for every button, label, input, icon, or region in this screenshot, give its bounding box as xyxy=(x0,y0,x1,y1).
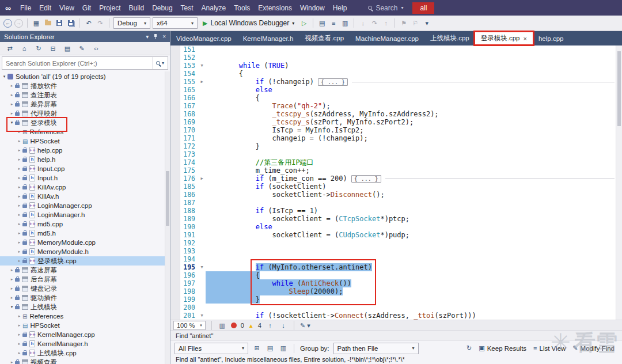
tree-item-help-cpp[interactable]: ▸++help.cpp xyxy=(0,146,170,155)
code-line[interactable]: 189 socketClient = (CTcpSocket*)ptcp; xyxy=(180,215,616,223)
code-line[interactable]: 186 socketClient->Disconnect(); xyxy=(180,191,616,199)
expand-arrow-icon[interactable]: ▸ xyxy=(9,286,15,291)
fold-collapse-icon[interactable]: ▼ xyxy=(198,62,206,70)
find-scope-select[interactable]: All Files▾ xyxy=(175,343,248,354)
expand-arrow-icon[interactable]: ▸ xyxy=(16,351,22,355)
expand-arrow-icon[interactable]: ▸ xyxy=(16,259,22,263)
code-line[interactable]: 155▶ if (!changeip){ ... } xyxy=(180,78,616,86)
expand-arrow-icon[interactable]: ▸ xyxy=(16,166,22,171)
expand-arrow-icon[interactable]: ▸ xyxy=(16,139,22,143)
step-into-button[interactable]: ↓ xyxy=(358,18,367,28)
output-window-button[interactable]: ▤ xyxy=(317,18,327,28)
close-icon[interactable]: × xyxy=(162,33,166,40)
code-line[interactable]: 188 if (IsTcp == 1) xyxy=(180,207,616,215)
tree-item-loginmanager-cpp[interactable]: ▸++LoginManager.cpp xyxy=(0,201,170,210)
next-issue-button[interactable]: ↓ xyxy=(279,320,288,331)
code-line[interactable]: 196 { xyxy=(180,271,616,279)
expand-arrow-icon[interactable]: ▸ xyxy=(16,342,22,346)
collapsed-region-box[interactable]: { ... } xyxy=(318,78,348,86)
copy-results-button[interactable]: ⊞ xyxy=(252,343,261,354)
zoom-select[interactable]: 100 %▾ xyxy=(173,321,206,330)
breakpoint-margin[interactable] xyxy=(170,46,180,320)
tab-cpp[interactable]: 登录模块.cpp× xyxy=(475,31,533,46)
code-line[interactable]: 173 xyxy=(180,150,616,158)
tree-item-memorymodule-cpp[interactable]: ▸++MemoryModule.cpp xyxy=(0,238,170,247)
tree-item-input-h[interactable]: ▸hInput.h xyxy=(0,173,170,183)
tab-kernelmanager-h[interactable]: KernelManager.h xyxy=(237,31,299,46)
preview-code-button[interactable]: ‹› xyxy=(92,43,101,54)
properties-button[interactable]: ✎ xyxy=(77,43,86,54)
tree-item-solution-all-19-of-19-projects[interactable]: ▾Solution 'all' (19 of 19 projects) xyxy=(0,72,170,81)
prev-issue-button[interactable]: ↑ xyxy=(266,320,275,331)
refresh-button[interactable]: ↻ xyxy=(34,43,43,54)
code-line[interactable]: 197 while (AntiCheck()) xyxy=(180,279,616,287)
flag-button[interactable]: ⚑ xyxy=(399,18,408,28)
search-options-button[interactable]: ▾ xyxy=(152,57,168,69)
expand-arrow-icon[interactable]: ▸ xyxy=(9,268,15,272)
redo-button[interactable]: ↷ xyxy=(96,18,105,28)
refresh-icon[interactable]: ↻ xyxy=(466,344,472,352)
tree-item-item[interactable]: ▸后台屏幕 xyxy=(0,275,170,284)
start-debugging-button[interactable]: ▶ Local Windows Debugger ▾ xyxy=(200,19,297,27)
tree-item-item[interactable]: ▸键盘记录 xyxy=(0,284,170,293)
collapse-arrow-icon[interactable]: ▾ xyxy=(9,120,15,125)
navigate-forward-button[interactable]: → xyxy=(14,19,23,28)
tree-item-killav-cpp[interactable]: ▸++KillAv.cpp xyxy=(0,183,170,192)
save-all-button[interactable] xyxy=(66,18,75,28)
quick-search[interactable]: Search ▾ xyxy=(363,3,408,13)
error-count-icon[interactable] xyxy=(231,323,237,328)
expand-arrow-icon[interactable]: ▸ xyxy=(9,84,15,88)
expand-arrow-icon[interactable]: ▸ xyxy=(16,176,22,180)
tree-item-references[interactable]: ▸⊞References xyxy=(0,127,170,136)
tree-item-kernelmanager-h[interactable]: ▸hKernelManager.h xyxy=(0,339,170,348)
scope-badge[interactable]: all xyxy=(412,2,434,14)
code-line[interactable]: 154 { xyxy=(180,70,616,78)
expand-arrow-icon[interactable]: ▸ xyxy=(16,194,22,199)
tree-item-input-cpp[interactable]: ▸++Input.cpp xyxy=(0,164,170,173)
expand-arrow-icon[interactable]: ▸ xyxy=(9,360,15,364)
save-button[interactable] xyxy=(55,18,64,28)
tree-item-memorymodule-h[interactable]: ▸hMemoryModule.h xyxy=(0,247,170,256)
menu-item-help[interactable]: Help xyxy=(329,2,351,14)
expand-arrow-icon[interactable]: ▸ xyxy=(16,314,22,318)
expand-arrow-icon[interactable]: ▸ xyxy=(9,295,15,300)
show-all-files-button[interactable]: ▤ xyxy=(63,43,72,54)
open-file-button[interactable] xyxy=(43,18,52,28)
fold-collapse-icon[interactable]: ▼ xyxy=(198,312,206,320)
sync-selection-button[interactable]: ⇄ xyxy=(5,43,14,54)
menu-item-file[interactable]: File xyxy=(16,2,35,14)
menu-item-git[interactable]: Git xyxy=(78,2,95,14)
modify-find-button[interactable]: ✎Modify Find xyxy=(572,344,615,352)
expand-arrow-icon[interactable]: ▸ xyxy=(16,213,22,217)
menu-item-extensions[interactable]: Extensions xyxy=(254,2,296,14)
tree-item-hpsocket[interactable]: ▸▤HPSocket xyxy=(0,136,170,146)
expand-arrow-icon[interactable]: ▸ xyxy=(16,222,22,226)
navigate-back-button[interactable]: ← xyxy=(3,19,12,28)
expand-arrow-icon[interactable]: ▸ xyxy=(16,323,22,328)
tab-videomanager-cpp[interactable]: VideoManager.cpp xyxy=(170,31,237,46)
tree-item-item[interactable]: ▸播放软件 xyxy=(0,81,170,90)
menu-item-view[interactable]: View xyxy=(55,2,78,14)
step-out-button[interactable]: ↑ xyxy=(381,18,390,28)
undo-button[interactable]: ↶ xyxy=(84,18,93,28)
code-line[interactable]: 187 xyxy=(180,199,616,207)
code-line[interactable]: 175 m_time_con++; xyxy=(180,166,616,175)
code-line[interactable]: 165 else xyxy=(180,86,616,94)
list-view-button[interactable]: ≡List View xyxy=(533,345,566,352)
collapse-arrow-icon[interactable]: ▾ xyxy=(1,74,7,79)
tree-item-cpp[interactable]: ▸++登录模块.cpp xyxy=(0,256,170,266)
group-by-select[interactable]: Path then File▾ xyxy=(333,343,419,354)
new-project-button[interactable]: ▦ xyxy=(32,18,41,28)
tree-item-item[interactable]: ▸视频查看 xyxy=(0,358,170,364)
code-line[interactable]: 194 xyxy=(180,255,616,263)
menu-item-project[interactable]: Project xyxy=(95,2,124,14)
expand-all-button[interactable]: ▤ xyxy=(266,343,275,354)
menu-item-tools[interactable]: Tools xyxy=(230,2,254,14)
code-line[interactable]: 152 xyxy=(180,54,616,62)
pin-icon[interactable] xyxy=(153,33,158,40)
expand-arrow-icon[interactable]: ▸ xyxy=(16,130,22,134)
expand-arrow-icon[interactable]: ▸ xyxy=(16,332,22,337)
tree-item-item[interactable]: ▸差异屏幕 xyxy=(0,100,170,109)
tree-item-item[interactable]: ▸代理映射 xyxy=(0,109,170,118)
collapse-all-button[interactable]: ⊟ xyxy=(48,43,58,54)
